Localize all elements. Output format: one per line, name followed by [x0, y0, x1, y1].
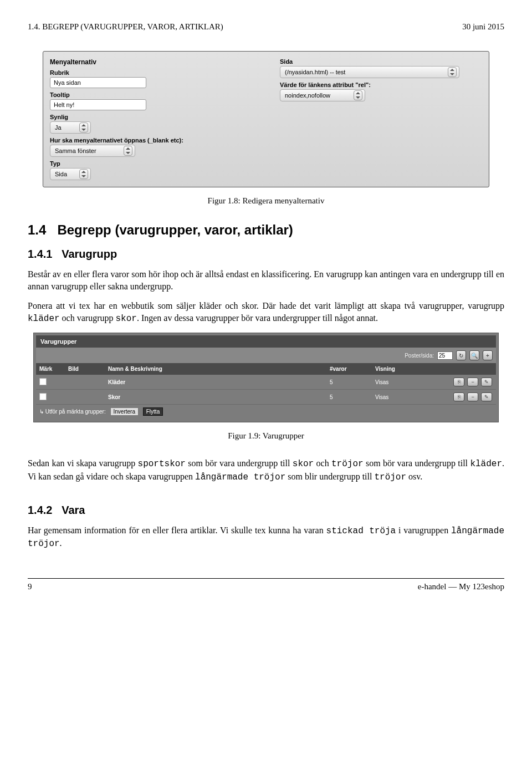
paragraph: Sedan kan vi skapa varugrupp sportskor s…	[28, 457, 504, 483]
col-visning: Visning	[372, 363, 428, 375]
figure-caption: Figur 1.9: Varugrupper	[28, 431, 504, 441]
figure-caption: Figur 1.8: Redigera menyalternativ	[28, 196, 504, 206]
table-row: Kläder 5 Visas ⎘ − ✎	[36, 375, 496, 390]
row-checkbox[interactable]	[39, 393, 47, 400]
paragraph: Har gemensam information för en eller fl…	[28, 524, 504, 550]
invert-button[interactable]: Invertera	[110, 407, 139, 416]
section-heading-1-4-1: 1.4.1 Varugrupp	[28, 248, 504, 261]
cell-varor: 5	[326, 375, 372, 390]
page-footer: 9 e-handel — My 123eshop	[28, 582, 504, 591]
select-open-target[interactable]: Samma fönster	[50, 145, 135, 157]
cell-varor: 5	[326, 390, 372, 405]
select-typ[interactable]: Sida	[50, 168, 91, 180]
cell-visning: Visas	[372, 390, 428, 405]
varugrupper-table: Märk Bild Namn & Beskrivning #varor Visn…	[36, 363, 496, 405]
figure-varugrupper-panel: Varugrupper Poster/sida: 25 ↻ 🔍 + Märk B…	[33, 333, 499, 422]
panel-title: Varugrupper	[36, 335, 496, 348]
section-heading-1-4-2: 1.4.2 Vara	[28, 504, 504, 517]
row-copy-button[interactable]: ⎘	[453, 392, 464, 401]
table-footer: ↳ Utför på märkta grupper: Invertera Fly…	[36, 405, 496, 419]
label-typ: Typ	[50, 160, 252, 167]
move-button[interactable]: Flytta	[143, 407, 163, 416]
poster-sida-label: Poster/sida:	[405, 353, 434, 359]
label-open-target: Hur ska menyalternativet öppnas (_blank …	[50, 137, 252, 144]
label-sida: Sida	[280, 58, 482, 65]
search-button[interactable]: 🔍	[469, 350, 479, 360]
label-synlig: Synlig	[50, 114, 252, 120]
label-rel: Värde för länkens attribut "rel":	[280, 81, 482, 88]
stepper-icon	[79, 169, 88, 179]
select-sida[interactable]: (/nyasidan.html) -- test	[280, 66, 459, 78]
col-bild: Bild	[65, 363, 105, 375]
stepper-icon	[79, 123, 88, 132]
col-mark: Märk	[36, 363, 65, 375]
figure-menyalternativ-panel: Menyalternativ Rubrik Nya sidan Tooltip …	[43, 51, 489, 187]
col-namn: Namn & Beskrivning	[105, 363, 326, 375]
input-tooltip[interactable]: Helt ny!	[50, 99, 146, 110]
label-rubrik: Rubrik	[50, 69, 252, 76]
panel-title: Menyalternativ	[50, 58, 252, 66]
row-edit-button[interactable]: ✎	[481, 378, 492, 386]
row-checkbox[interactable]	[39, 378, 47, 385]
stepper-icon	[124, 146, 132, 156]
refresh-button[interactable]: ↻	[456, 350, 466, 360]
header-date: 30 juni 2015	[462, 22, 504, 32]
label-tooltip: Tooltip	[50, 91, 252, 98]
cell-namn: Kläder	[105, 375, 326, 390]
row-delete-button[interactable]: −	[467, 392, 478, 401]
footer-title: e-handel — My 123eshop	[418, 582, 504, 591]
paragraph: Ponera att vi tex har en webbutik som sä…	[28, 300, 504, 325]
row-copy-button[interactable]: ⎘	[453, 378, 464, 386]
select-rel[interactable]: noindex,nofollow	[280, 89, 365, 101]
header-section-path: 1.4. BEGREPP (VARUGRUPPER, VAROR, ARTIKL…	[28, 22, 223, 32]
cell-namn: Skor	[105, 390, 326, 405]
cell-visning: Visas	[372, 375, 428, 390]
col-varor: #varor	[326, 363, 372, 375]
table-row: Skor 5 Visas ⎘ − ✎	[36, 390, 496, 405]
paragraph: Består av en eller flera varor som hör i…	[28, 268, 504, 292]
page-number: 9	[28, 582, 32, 591]
row-delete-button[interactable]: −	[467, 378, 478, 386]
page-header: 1.4. BEGREPP (VARUGRUPPER, VAROR, ARTIKL…	[28, 22, 504, 32]
footer-rule	[28, 578, 504, 579]
stepper-icon	[448, 67, 457, 77]
stepper-icon	[354, 90, 362, 100]
toolbar: Poster/sida: 25 ↻ 🔍 +	[36, 348, 496, 363]
row-edit-button[interactable]: ✎	[481, 392, 492, 401]
poster-sida-input[interactable]: 25	[437, 351, 453, 360]
section-heading-1-4: 1.4 Begrepp (varugrupper, varor, artikla…	[28, 222, 504, 238]
input-rubrik[interactable]: Nya sidan	[50, 77, 146, 88]
select-synlig[interactable]: Ja	[50, 121, 91, 134]
add-button[interactable]: +	[483, 350, 493, 360]
